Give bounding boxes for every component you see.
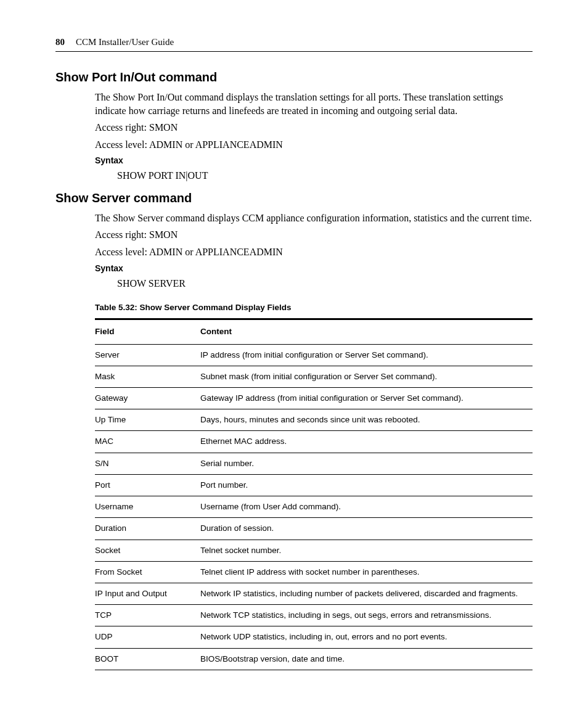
table-row: GatewayGateway IP address (from initial …	[95, 388, 533, 409]
cell-content: Network UDP statistics, including in, ou…	[200, 626, 533, 648]
section-heading-show-port: Show Port In/Out command	[55, 70, 533, 84]
cell-content: Days, hours, minutes and seconds since u…	[200, 409, 533, 431]
para-show-server-desc: The Show Server command displays CCM app…	[95, 211, 533, 225]
access-right-show-server: Access right: SMON	[95, 228, 533, 242]
cell-content: Gateway IP address (from initial configu…	[200, 388, 533, 409]
table-row: DurationDuration of session.	[95, 518, 533, 540]
table-row: From SocketTelnet client IP address with…	[95, 561, 533, 583]
cell-content: Username (from User Add command).	[200, 496, 533, 518]
cell-field: Username	[95, 496, 200, 518]
table-row: BOOTBIOS/Bootstrap version, date and tim…	[95, 648, 533, 670]
section-heading-show-server: Show Server command	[55, 191, 533, 205]
cell-field: MAC	[95, 431, 200, 453]
cell-field: Server	[95, 344, 200, 366]
section-body-show-server: The Show Server command displays CCM app…	[95, 211, 533, 670]
access-level-show-server: Access level: ADMIN or APPLIANCEADMIN	[95, 245, 533, 259]
table-row: TCPNetwork TCP statistics, including in …	[95, 605, 533, 626]
cell-field: BOOT	[95, 648, 200, 670]
table-row: UsernameUsername (from User Add command)…	[95, 496, 533, 518]
syntax-label-show-port: Syntax	[95, 155, 533, 166]
table-row: UDPNetwork UDP statistics, including in,…	[95, 626, 533, 648]
cell-content: BIOS/Bootstrap version, date and time.	[200, 648, 533, 670]
cell-content: Network TCP statistics, including in seg…	[200, 605, 533, 626]
table-caption: Table 5.32: Show Server Command Display …	[95, 302, 533, 313]
syntax-label-show-server: Syntax	[95, 263, 533, 274]
page-number: 80	[55, 37, 65, 47]
table-header-row: Field Content	[95, 319, 533, 344]
table-row: PortPort number.	[95, 474, 533, 496]
cell-field: Duration	[95, 518, 200, 540]
cell-field: Socket	[95, 540, 200, 561]
para-show-port-desc: The Show Port In/Out command displays th…	[95, 91, 533, 117]
table-row: MaskSubnet mask (from initial configurat…	[95, 366, 533, 387]
cell-content: Telnet socket number.	[200, 540, 533, 561]
guide-title: CCM Installer/User Guide	[76, 37, 174, 47]
table-row: MACEthernet MAC address.	[95, 431, 533, 453]
cell-field: IP Input and Output	[95, 583, 200, 604]
fields-table: Field Content ServerIP address (from ini…	[95, 318, 533, 670]
cell-field: Mask	[95, 366, 200, 387]
table-row: ServerIP address (from initial configura…	[95, 344, 533, 366]
col-header-content: Content	[200, 319, 533, 344]
col-header-field: Field	[95, 319, 200, 344]
cell-field: Gateway	[95, 388, 200, 409]
syntax-line-show-port: SHOW PORT IN|OUT	[117, 169, 533, 183]
table-row: SocketTelnet socket number.	[95, 540, 533, 561]
section-body-show-port: The Show Port In/Out command displays th…	[95, 91, 533, 183]
cell-field: From Socket	[95, 561, 200, 583]
cell-field: UDP	[95, 626, 200, 648]
syntax-line-show-server: SHOW SERVER	[117, 277, 533, 290]
cell-content: Subnet mask (from initial configuration …	[200, 366, 533, 387]
table-row: S/NSerial number.	[95, 453, 533, 474]
table-row: Up TimeDays, hours, minutes and seconds …	[95, 409, 533, 431]
cell-content: Ethernet MAC address.	[200, 431, 533, 453]
cell-content: Telnet client IP address with socket num…	[200, 561, 533, 583]
table-row: IP Input and OutputNetwork IP statistics…	[95, 583, 533, 604]
cell-content: Network IP statistics, including number …	[200, 583, 533, 604]
cell-content: Duration of session.	[200, 518, 533, 540]
access-level-show-port: Access level: ADMIN or APPLIANCEADMIN	[95, 138, 533, 152]
cell-content: Port number.	[200, 474, 533, 496]
cell-field: Up Time	[95, 409, 200, 431]
cell-field: S/N	[95, 453, 200, 474]
access-right-show-port: Access right: SMON	[95, 121, 533, 134]
page-header: 80 CCM Installer/User Guide	[55, 37, 533, 52]
cell-field: TCP	[95, 605, 200, 626]
cell-content: IP address (from initial configuration o…	[200, 344, 533, 366]
cell-content: Serial number.	[200, 453, 533, 474]
cell-field: Port	[95, 474, 200, 496]
